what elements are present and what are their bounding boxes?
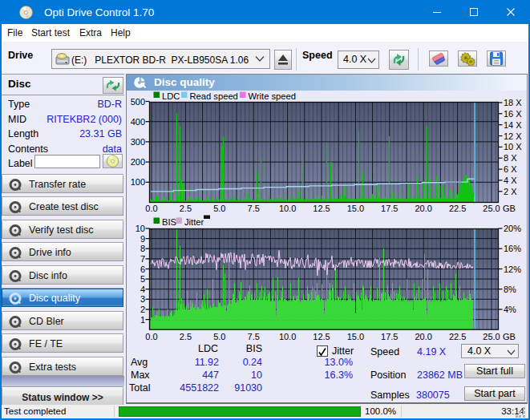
svg-text:3: 3 [140, 294, 145, 304]
svg-text:2 X: 2 X [504, 187, 517, 196]
svg-text:20.0: 20.0 [415, 332, 431, 341]
svg-text:9: 9 [140, 234, 145, 244]
svg-text:16%: 16% [504, 244, 521, 253]
svg-text:7.5: 7.5 [248, 204, 260, 213]
svg-text:500: 500 [131, 97, 145, 107]
svg-text:20%: 20% [504, 224, 521, 233]
svg-text:25.0: 25.0 [483, 332, 500, 341]
svg-text:Read speed: Read speed [190, 91, 238, 101]
svg-text:1: 1 [140, 315, 145, 325]
svg-text:2: 2 [140, 305, 145, 314]
svg-text:5: 5 [140, 274, 145, 284]
svg-text:GB: GB [503, 204, 516, 213]
svg-text:2.5: 2.5 [180, 332, 192, 341]
svg-text:4 X: 4 X [504, 176, 517, 185]
svg-text:0.0: 0.0 [145, 204, 157, 213]
svg-text:10.0: 10.0 [279, 332, 296, 341]
svg-text:6 X: 6 X [504, 164, 517, 174]
svg-text:10: 10 [136, 224, 145, 233]
svg-text:8%: 8% [504, 285, 516, 294]
svg-text:25.0: 25.0 [483, 204, 500, 213]
svg-text:100: 100 [131, 177, 145, 187]
svg-text:22.5: 22.5 [449, 332, 466, 341]
svg-text:20.0: 20.0 [415, 204, 431, 213]
svg-text:12 X: 12 X [504, 131, 522, 141]
svg-text:15.0: 15.0 [347, 204, 364, 213]
svg-text:4: 4 [140, 285, 145, 294]
svg-text:22.5: 22.5 [449, 204, 466, 213]
svg-text:2.5: 2.5 [180, 204, 192, 213]
svg-text:10 X: 10 X [504, 142, 522, 151]
svg-text:7: 7 [140, 254, 145, 264]
svg-text:5.0: 5.0 [213, 332, 225, 341]
svg-text:200: 200 [131, 157, 145, 167]
svg-text:8: 8 [140, 244, 145, 253]
svg-text:Jitter: Jitter [184, 217, 204, 227]
svg-text:400: 400 [131, 117, 145, 127]
svg-text:0.0: 0.0 [145, 332, 157, 341]
svg-text:15.0: 15.0 [347, 332, 364, 341]
svg-text:14 X: 14 X [504, 120, 522, 130]
svg-text:BIS: BIS [162, 217, 176, 227]
svg-text:10.0: 10.0 [279, 204, 296, 213]
svg-text:GB: GB [503, 332, 516, 341]
svg-text:7.5: 7.5 [248, 332, 260, 341]
svg-text:12%: 12% [504, 265, 521, 274]
svg-text:LDC: LDC [162, 91, 180, 101]
svg-text:18 X: 18 X [504, 98, 522, 107]
svg-text:12.5: 12.5 [313, 332, 330, 341]
svg-text:8 X: 8 X [504, 153, 517, 163]
svg-text:5.0: 5.0 [213, 204, 225, 213]
svg-text:6: 6 [140, 265, 145, 274]
svg-text:12.5: 12.5 [313, 204, 330, 213]
svg-text:Write speed: Write speed [249, 91, 297, 101]
svg-text:4%: 4% [504, 305, 516, 314]
svg-text:300: 300 [131, 137, 145, 147]
svg-text:16 X: 16 X [504, 109, 522, 119]
svg-text:17.5: 17.5 [381, 204, 398, 213]
svg-text:17.5: 17.5 [381, 332, 398, 341]
